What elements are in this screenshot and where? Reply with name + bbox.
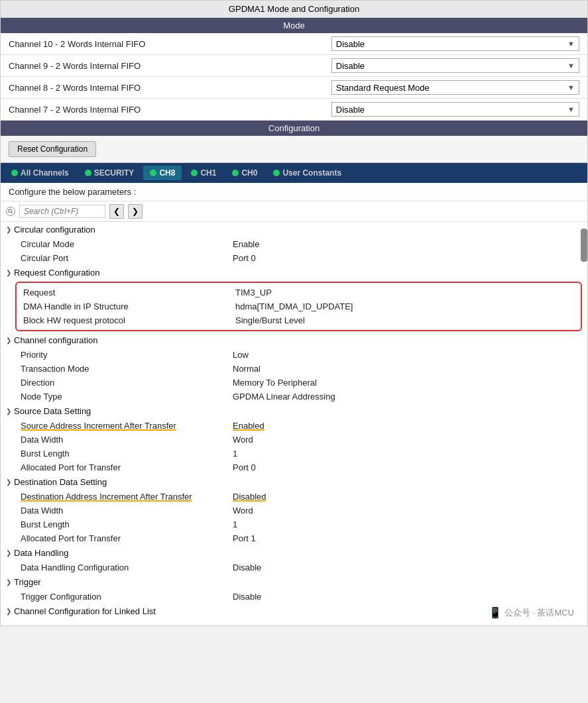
config-section-header: Configuration bbox=[1, 121, 587, 136]
param-value: Disable bbox=[233, 592, 261, 602]
mode-row-label: Channel 7 - 2 Words Internal FIFO bbox=[1, 99, 323, 121]
param-row: Allocated Port for Transfer Port 0 bbox=[1, 460, 587, 474]
param-row: Circular Mode Enable bbox=[1, 237, 587, 251]
scrollbar[interactable] bbox=[581, 229, 587, 262]
param-row: Circular Port Port 0 bbox=[1, 251, 587, 265]
param-group-channel-config: ❯Channel configuration Priority Low Tran… bbox=[1, 333, 587, 404]
tab-ch1[interactable]: CH1 bbox=[184, 166, 223, 180]
group-label: Request Configuration bbox=[14, 268, 99, 278]
group-header-channel-config[interactable]: ❯Channel configuration bbox=[1, 333, 587, 348]
chevron-down-icon: ❯ bbox=[6, 578, 11, 586]
param-value: 1 bbox=[233, 449, 237, 459]
param-value: Disable bbox=[233, 563, 261, 572]
param-row: Destination Address Increment After Tran… bbox=[1, 490, 587, 504]
mode-row-label: Channel 8 - 2 Words Internal FIFO bbox=[1, 77, 323, 99]
tab-user-constants[interactable]: User Constants bbox=[266, 166, 348, 180]
orange-underline-value: Enabled bbox=[233, 421, 265, 431]
param-row: Data Width Word bbox=[1, 504, 587, 517]
param-row: Trigger Configuration Disable bbox=[1, 590, 587, 604]
group-label: Channel Configuration for Linked List bbox=[14, 606, 156, 616]
search-row: ❮ ❯ bbox=[1, 201, 587, 222]
param-label: Burst Length bbox=[21, 449, 233, 459]
search-icon bbox=[6, 207, 15, 216]
param-row: Direction Memory To Peripheral bbox=[1, 376, 587, 390]
param-label: Burst Length bbox=[21, 519, 233, 529]
mode-table-row: Channel 9 - 2 Words Internal FIFO Disabl… bbox=[1, 55, 587, 77]
param-value: Memory To Peripheral bbox=[233, 378, 317, 388]
svg-point-0 bbox=[9, 209, 12, 213]
param-value: Word bbox=[233, 506, 253, 515]
param-label: Transaction Mode bbox=[21, 364, 233, 374]
param-row: Transaction Mode Normal bbox=[1, 362, 587, 376]
nav-prev-button[interactable]: ❮ bbox=[109, 204, 124, 219]
param-value: Disabled bbox=[233, 492, 266, 502]
param-label: DMA Handle in IP Structure bbox=[23, 301, 235, 311]
param-group-source-data-setting: ❯Source Data Setting Source Address Incr… bbox=[1, 404, 587, 474]
param-row: Data Width Word bbox=[1, 433, 587, 447]
mode-row-value: Disable ▼ bbox=[323, 33, 587, 55]
param-label: Block HW request protocol bbox=[23, 315, 235, 325]
chevron-down-icon: ❯ bbox=[6, 269, 11, 276]
param-group-request-config: ❯Request Configuration Request TIM3_UP D… bbox=[1, 265, 587, 331]
tab-all-channels[interactable]: All Channels bbox=[5, 166, 76, 180]
tab-dot bbox=[273, 170, 280, 176]
orange-underline-label: Destination Address Increment After Tran… bbox=[21, 492, 192, 502]
params-wrapper: ❯Circular configuration Circular Mode En… bbox=[1, 222, 587, 625]
param-row: Burst Length 1 bbox=[1, 447, 587, 460]
param-row: Priority Low bbox=[1, 348, 587, 362]
tab-ch8[interactable]: CH8 bbox=[143, 166, 182, 180]
param-group-circular-config: ❯Circular configuration Circular Mode En… bbox=[1, 222, 587, 265]
group-label: Circular configuration bbox=[14, 225, 95, 235]
param-label: Trigger Configuration bbox=[21, 592, 233, 602]
param-value: Enable bbox=[233, 239, 259, 249]
tab-dot bbox=[150, 170, 156, 176]
param-row: DMA Handle in IP Structure hdma[TIM_DMA_… bbox=[23, 299, 574, 313]
param-value: Port 1 bbox=[233, 533, 256, 543]
param-row: Burst Length 1 bbox=[1, 517, 587, 531]
dropdown-arrow-icon: ▼ bbox=[567, 40, 575, 48]
group-header-destination-data-setting[interactable]: ❯Destination Data Setting bbox=[1, 474, 587, 490]
group-label: Destination Data Setting bbox=[14, 477, 107, 487]
nav-next-button[interactable]: ❯ bbox=[128, 204, 143, 219]
tab-dot bbox=[232, 170, 239, 176]
mode-dropdown[interactable]: Disable ▼ bbox=[331, 36, 579, 51]
param-row: Allocated Port for Transfer Port 1 bbox=[1, 531, 587, 545]
window-title: GPDMA1 Mode and Configuration bbox=[1, 1, 587, 18]
tab-security[interactable]: SECURITY bbox=[78, 166, 141, 180]
tab-label: CH0 bbox=[241, 168, 257, 178]
mode-dropdown[interactable]: Disable ▼ bbox=[331, 58, 579, 73]
param-label: Direction bbox=[21, 378, 233, 388]
param-value: Word bbox=[233, 435, 253, 445]
group-label: Data Handling bbox=[14, 548, 68, 558]
chevron-down-icon: ❯ bbox=[6, 407, 11, 415]
reset-config-button[interactable]: Reset Configuration bbox=[9, 141, 96, 157]
tab-ch0[interactable]: CH0 bbox=[225, 166, 264, 180]
group-header-data-handling[interactable]: ❯Data Handling bbox=[1, 545, 587, 561]
param-row: Node Type GPDMA Linear Addressing bbox=[1, 390, 587, 404]
param-label: Destination Address Increment After Tran… bbox=[21, 492, 233, 502]
group-header-source-data-setting[interactable]: ❯Source Data Setting bbox=[1, 404, 587, 419]
tabs-row: All Channels SECURITY CH8 CH1 CH0 User C… bbox=[1, 163, 587, 183]
param-label: Allocated Port for Transfer bbox=[21, 533, 233, 543]
param-label: Circular Port bbox=[21, 253, 233, 263]
group-label: Channel configuration bbox=[14, 335, 97, 345]
main-container: GPDMA1 Mode and Configuration Mode Chann… bbox=[0, 0, 588, 626]
mode-dropdown[interactable]: Standard Request Mode ▼ bbox=[331, 80, 579, 95]
orange-underline-label: Source Address Increment After Transfer bbox=[21, 421, 176, 431]
group-header-request-config[interactable]: ❯Request Configuration bbox=[1, 265, 587, 280]
group-header-circular-config[interactable]: ❯Circular configuration bbox=[1, 222, 587, 237]
configure-label: Configure the below parameters : bbox=[1, 183, 587, 201]
dropdown-arrow-icon: ▼ bbox=[567, 105, 575, 113]
param-label: Circular Mode bbox=[21, 239, 233, 249]
chevron-down-icon: ❯ bbox=[6, 478, 11, 486]
search-input[interactable] bbox=[19, 205, 105, 218]
param-value: Low bbox=[233, 350, 249, 360]
param-value: GPDMA Linear Addressing bbox=[233, 392, 335, 402]
param-label: Data Width bbox=[21, 435, 233, 445]
mode-dropdown[interactable]: Disable ▼ bbox=[331, 102, 579, 117]
mode-table-row: Channel 8 - 2 Words Internal FIFO Standa… bbox=[1, 77, 587, 99]
group-header-trigger[interactable]: ❯Trigger bbox=[1, 574, 587, 590]
param-value: Normal bbox=[233, 364, 261, 374]
param-row: Request TIM3_UP bbox=[23, 286, 574, 299]
svg-line-1 bbox=[11, 212, 13, 213]
